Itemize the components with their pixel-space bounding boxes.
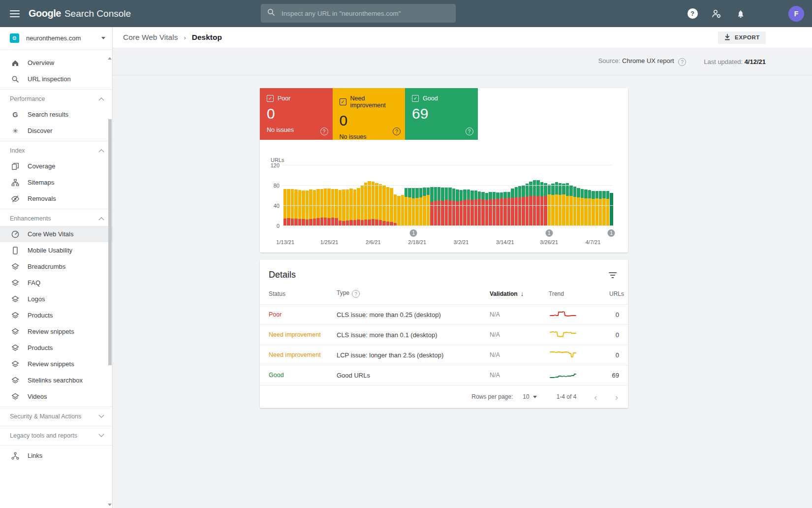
help-icon[interactable]: ?	[352, 290, 360, 298]
bar-79[interactable]	[573, 187, 576, 226]
bar-20[interactable]	[357, 188, 360, 226]
table-row-1[interactable]: Need improvementCLS issue: more than 0.1…	[260, 325, 628, 345]
sidebar-item-review-snippets[interactable]: Review snippets	[0, 323, 112, 340]
bar-68[interactable]	[533, 180, 536, 226]
sidebar-item-faq[interactable]: FAQ	[0, 275, 112, 291]
help-icon[interactable]: ?	[466, 127, 473, 135]
bar-0[interactable]	[283, 189, 286, 226]
bar-29[interactable]	[390, 188, 393, 226]
bar-21[interactable]	[361, 186, 364, 226]
bar-6[interactable]	[306, 190, 309, 226]
chart-annotation-marker[interactable]: 1	[608, 229, 615, 237]
previous-page-icon[interactable]: ‹	[594, 392, 597, 402]
bar-32[interactable]	[401, 195, 404, 226]
bar-17[interactable]	[346, 190, 349, 226]
help-icon[interactable]: ?	[687, 8, 698, 19]
bar-43[interactable]	[441, 188, 444, 226]
bar-42[interactable]	[437, 187, 440, 226]
bar-34[interactable]	[408, 188, 411, 226]
sidebar-item-mobile-usability[interactable]: Mobile Usability	[0, 242, 112, 258]
bar-2[interactable]	[291, 189, 294, 226]
app-logo[interactable]: Google Search Console	[29, 8, 131, 19]
bar-52[interactable]	[474, 190, 477, 226]
sidebar-scrollbar[interactable]	[108, 49, 112, 508]
bar-36[interactable]	[415, 188, 418, 226]
checkbox-checked-icon[interactable]: ✓	[412, 95, 419, 102]
bar-78[interactable]	[569, 186, 572, 226]
bar-30[interactable]	[394, 194, 397, 226]
bar-85[interactable]	[595, 191, 598, 226]
table-row-2[interactable]: Need improvementLCP issue: longer than 2…	[260, 345, 628, 365]
bar-19[interactable]	[353, 190, 356, 226]
bar-25[interactable]	[375, 183, 378, 226]
sidebar-item-videos[interactable]: Videos	[0, 388, 112, 405]
section-header-security-manual-actions[interactable]: Security & Manual Actions	[0, 409, 112, 424]
bar-58[interactable]	[496, 192, 499, 226]
checkbox-checked-icon[interactable]: ✓	[340, 98, 346, 105]
scroll-up-arrow-icon[interactable]	[108, 57, 112, 60]
bar-28[interactable]	[386, 187, 389, 226]
section-header-legacy-tools-and-reports[interactable]: Legacy tools and reports	[0, 428, 112, 443]
table-row-3[interactable]: GoodGood URLsN/A69	[260, 365, 628, 385]
bar-76[interactable]	[562, 184, 565, 226]
bar-48[interactable]	[460, 190, 463, 226]
sidebar-item-discover[interactable]: ✳Discover	[0, 123, 112, 139]
sidebar-item-sitelinks-searchbox[interactable]: Sitelinks searchbox	[0, 372, 112, 388]
bar-27[interactable]	[382, 186, 385, 226]
bar-12[interactable]	[327, 189, 330, 226]
apps-grid-icon[interactable]	[764, 8, 775, 19]
bar-83[interactable]	[588, 190, 591, 226]
bar-56[interactable]	[489, 192, 492, 226]
scrollbar-thumb[interactable]	[108, 119, 112, 365]
need-improvement-filter-chip[interactable]: ✓Need improvement 0 No issues ?	[333, 88, 406, 140]
bar-18[interactable]	[349, 189, 352, 226]
checkbox-checked-icon[interactable]: ✓	[267, 95, 274, 102]
bar-14[interactable]	[335, 189, 338, 226]
sidebar-item-overview[interactable]: Overview	[0, 55, 112, 71]
bar-11[interactable]	[324, 189, 327, 226]
sidebar-item-breadcrumbs[interactable]: Breadcrumbs	[0, 258, 112, 275]
bar-88[interactable]	[606, 191, 609, 226]
bar-4[interactable]	[298, 190, 301, 226]
bar-35[interactable]	[412, 188, 415, 226]
bar-10[interactable]	[320, 189, 323, 226]
bar-49[interactable]	[463, 190, 466, 226]
sidebar-item-sitemaps[interactable]: Sitemaps	[0, 174, 112, 190]
bar-66[interactable]	[526, 184, 529, 226]
filter-icon[interactable]	[608, 272, 617, 279]
hamburger-menu-icon[interactable]	[10, 10, 20, 17]
bar-23[interactable]	[368, 181, 371, 226]
col-urls[interactable]: URLs	[609, 290, 624, 297]
help-icon[interactable]: ?	[678, 58, 686, 66]
sidebar-item-search-results[interactable]: GSearch results	[0, 106, 112, 123]
url-inspect-searchbox[interactable]	[261, 4, 456, 23]
bar-24[interactable]	[372, 182, 375, 226]
bar-33[interactable]	[405, 188, 407, 226]
chart-annotation-marker[interactable]: 1	[545, 229, 553, 237]
bar-69[interactable]	[536, 180, 539, 226]
bar-1[interactable]	[287, 189, 290, 226]
bar-51[interactable]	[470, 190, 473, 226]
bar-61[interactable]	[507, 192, 510, 226]
help-icon[interactable]: ?	[393, 127, 401, 135]
bar-41[interactable]	[434, 187, 437, 226]
section-header-enhancements[interactable]: Enhancements	[0, 211, 112, 226]
bar-81[interactable]	[581, 189, 584, 226]
bar-40[interactable]	[430, 187, 433, 226]
bar-15[interactable]	[339, 190, 342, 226]
scroll-down-arrow-icon[interactable]	[108, 504, 112, 506]
bar-77[interactable]	[566, 183, 569, 226]
rows-per-page-select[interactable]: 10	[523, 393, 536, 400]
bar-75[interactable]	[559, 183, 562, 226]
bar-9[interactable]	[316, 189, 319, 226]
bar-31[interactable]	[397, 196, 400, 226]
sidebar-item-coverage[interactable]: Coverage	[0, 158, 112, 174]
bar-46[interactable]	[452, 189, 455, 226]
section-header-performance[interactable]: Performance	[0, 92, 112, 106]
bar-22[interactable]	[364, 183, 367, 226]
bar-55[interactable]	[485, 193, 488, 226]
bar-39[interactable]	[427, 188, 430, 226]
bar-70[interactable]	[540, 182, 543, 226]
bar-82[interactable]	[584, 190, 587, 226]
table-row-0[interactable]: PoorCLS issue: more than 0.25 (desktop)N…	[260, 305, 628, 325]
